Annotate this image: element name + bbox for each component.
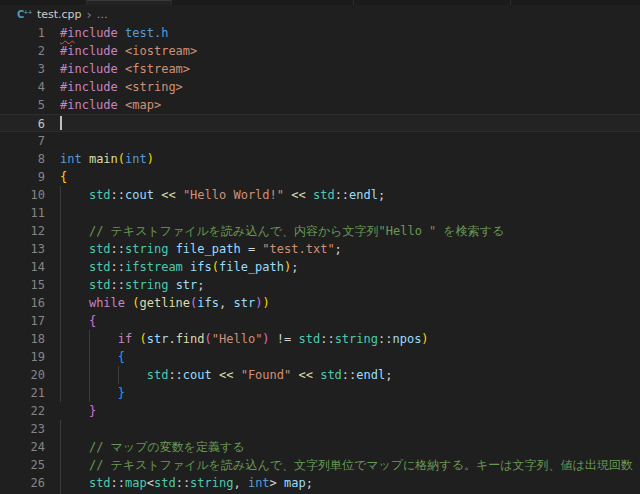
line-number[interactable]: 3 bbox=[0, 60, 45, 78]
line-number[interactable]: 10 bbox=[0, 186, 45, 204]
code-line[interactable]: 19 { bbox=[0, 348, 640, 366]
line-number[interactable]: 17 bbox=[0, 312, 45, 330]
line-number[interactable]: 6 bbox=[0, 115, 45, 131]
code-text: } bbox=[60, 384, 125, 402]
code-text: { bbox=[60, 348, 125, 366]
code-text: { bbox=[60, 312, 96, 330]
code-editor[interactable]: 1#include test.h2#include <iostream>3#in… bbox=[0, 24, 640, 494]
code-line[interactable]: 1#include test.h bbox=[0, 24, 640, 42]
code-text: std::ifstream ifs(file_path); bbox=[60, 258, 299, 276]
indent-guide bbox=[60, 420, 61, 494]
code-line[interactable]: 21 } bbox=[0, 384, 640, 402]
vscode-editor-window: C⁺⁺ test.cpp › … 1#include test.h2#inclu… bbox=[0, 0, 640, 494]
indent-guide bbox=[118, 366, 119, 384]
code-text: #include <fstream> bbox=[60, 60, 190, 78]
indent-guide bbox=[60, 186, 61, 402]
code-line[interactable]: 17 { bbox=[0, 312, 640, 330]
breadcrumb-ellipsis[interactable]: … bbox=[97, 8, 109, 21]
code-line[interactable]: 13 std::string file_path = "test.txt"; bbox=[0, 240, 640, 258]
line-number[interactable]: 1 bbox=[0, 24, 45, 42]
line-number[interactable]: 23 bbox=[0, 420, 45, 438]
code-line[interactable]: 22 } bbox=[0, 402, 640, 420]
code-line[interactable]: 10 std::cout << "Hello World!" << std::e… bbox=[0, 186, 640, 204]
code-text: std::cout << "Hello World!" << std::endl… bbox=[60, 186, 385, 204]
tab-divider bbox=[510, 0, 511, 5]
code-text: while (getline(ifs, str)) bbox=[60, 294, 270, 312]
line-number[interactable]: 26 bbox=[0, 474, 45, 492]
code-line[interactable]: 6 bbox=[0, 114, 640, 132]
line-number[interactable]: 16 bbox=[0, 294, 45, 312]
code-line[interactable]: 12 // テキストファイルを読み込んで、内容から文字列"Hello " を検索… bbox=[0, 222, 640, 240]
line-number[interactable]: 12 bbox=[0, 222, 45, 240]
line-number[interactable]: 25 bbox=[0, 456, 45, 474]
code-text: { bbox=[60, 168, 67, 186]
editor-lines: 1#include test.h2#include <iostream>3#in… bbox=[0, 24, 640, 494]
code-line[interactable]: 2#include <iostream> bbox=[0, 42, 640, 60]
code-line[interactable]: 7 bbox=[0, 132, 640, 150]
line-number[interactable]: 19 bbox=[0, 348, 45, 366]
code-text: // テキストファイルを読み込んで、文字列単位でマップに格納する。キーは文字列、… bbox=[60, 456, 633, 474]
line-number[interactable]: 5 bbox=[0, 96, 45, 114]
code-line[interactable]: 24 // マップの変数を定義する bbox=[0, 438, 640, 456]
code-line[interactable]: 15 std::string str; bbox=[0, 276, 640, 294]
tab-divider bbox=[353, 0, 354, 5]
line-number[interactable]: 9 bbox=[0, 168, 45, 186]
code-line[interactable]: 23 bbox=[0, 420, 640, 438]
tab-divider bbox=[86, 0, 87, 5]
code-text: if (str.find("Hello") != std::string::np… bbox=[60, 330, 429, 348]
code-text: std::cout << "Found" << std::endl; bbox=[60, 366, 392, 384]
code-text: std::string str; bbox=[60, 276, 205, 294]
line-number[interactable]: 7 bbox=[0, 132, 45, 150]
tab-divider bbox=[171, 0, 172, 5]
code-text: std::string file_path = "test.txt"; bbox=[60, 240, 342, 258]
code-text: std::map<std::string, int> map; bbox=[60, 474, 313, 492]
line-number[interactable]: 11 bbox=[0, 204, 45, 222]
code-line[interactable]: 4#include <string> bbox=[0, 78, 640, 96]
error-squiggle: #i bbox=[60, 26, 74, 40]
code-line[interactable]: 16 while (getline(ifs, str)) bbox=[0, 294, 640, 312]
code-text: } bbox=[60, 402, 96, 420]
line-number[interactable]: 21 bbox=[0, 384, 45, 402]
breadcrumb-filename[interactable]: test.cpp bbox=[37, 8, 82, 21]
code-line[interactable]: 25 // テキストファイルを読み込んで、文字列単位でマップに格納する。キーは文… bbox=[0, 456, 640, 474]
line-number[interactable]: 8 bbox=[0, 150, 45, 168]
line-number[interactable]: 18 bbox=[0, 330, 45, 348]
line-number[interactable]: 2 bbox=[0, 42, 45, 60]
cpp-file-icon: C⁺⁺ bbox=[17, 9, 32, 20]
code-text: #include <string> bbox=[60, 78, 183, 96]
code-text: #include <iostream> bbox=[60, 42, 197, 60]
code-line[interactable]: 9{ bbox=[0, 168, 640, 186]
code-line[interactable]: 14 std::ifstream ifs(file_path); bbox=[0, 258, 640, 276]
code-text: #include test.h bbox=[60, 24, 168, 42]
tab-strip[interactable] bbox=[0, 0, 640, 5]
code-line[interactable]: 18 if (str.find("Hello") != std::string:… bbox=[0, 330, 640, 348]
tab-active-segment[interactable] bbox=[86, 0, 171, 5]
line-number[interactable]: 13 bbox=[0, 240, 45, 258]
line-number[interactable]: 22 bbox=[0, 402, 45, 420]
code-line[interactable]: 11 bbox=[0, 204, 640, 222]
code-text: // マップの変数を定義する bbox=[60, 438, 245, 456]
line-number[interactable]: 4 bbox=[0, 78, 45, 96]
code-text: // テキストファイルを読み込んで、内容から文字列"Hello " を検索する bbox=[60, 222, 504, 240]
line-number[interactable]: 24 bbox=[0, 438, 45, 456]
code-line[interactable]: 20 std::cout << "Found" << std::endl; bbox=[0, 366, 640, 384]
code-text: int main(int) bbox=[60, 150, 154, 168]
chevron-right-icon: › bbox=[87, 9, 92, 20]
line-number[interactable]: 15 bbox=[0, 276, 45, 294]
code-line[interactable]: 8int main(int) bbox=[0, 150, 640, 168]
text-cursor bbox=[60, 116, 62, 130]
breadcrumb: C⁺⁺ test.cpp › … bbox=[0, 5, 640, 24]
indent-guide bbox=[89, 330, 90, 402]
code-line[interactable]: 26 std::map<std::string, int> map; bbox=[0, 474, 640, 492]
line-number[interactable]: 14 bbox=[0, 258, 45, 276]
code-line[interactable]: 3#include <fstream> bbox=[0, 60, 640, 78]
code-line[interactable]: 5#include <map> bbox=[0, 96, 640, 114]
line-number[interactable]: 20 bbox=[0, 366, 45, 384]
code-text: #include <map> bbox=[60, 96, 161, 114]
